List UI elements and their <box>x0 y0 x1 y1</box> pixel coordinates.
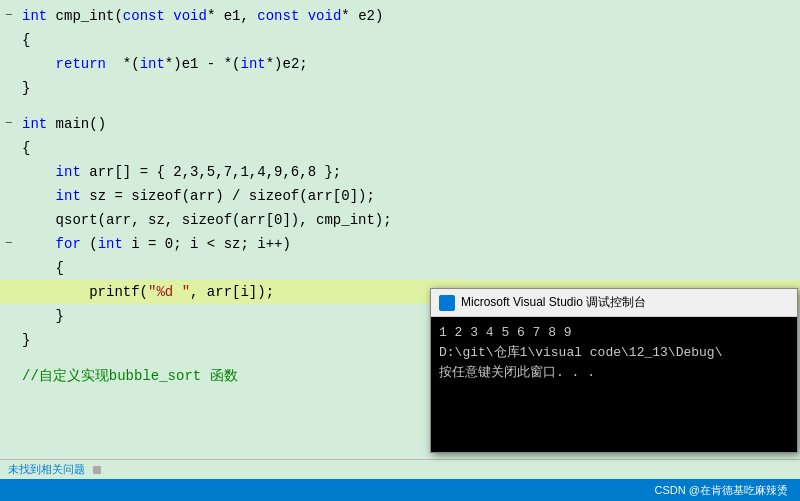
keyword: for <box>56 236 81 252</box>
code-line-7: int arr[] = { 2,3,5,7,1,4,9,6,8 }; <box>0 160 800 184</box>
scroll-indicator[interactable] <box>93 466 101 474</box>
line-content-5: int main() <box>18 112 800 136</box>
collapse-arrow-2[interactable]: − <box>0 112 18 136</box>
line-content-8: int sz = sizeof(arr) / sizeof(arr[0]); <box>18 184 800 208</box>
watermark-text: CSDN @在肯德基吃麻辣烫 <box>655 483 788 498</box>
code-line-8: int sz = sizeof(arr) / sizeof(arr[0]); <box>0 184 800 208</box>
console-titlebar: Microsoft Visual Studio 调试控制台 <box>431 289 797 317</box>
keyword: void <box>308 8 342 24</box>
line-content-4: } <box>18 76 800 100</box>
keyword: int <box>240 56 265 72</box>
keyword: int <box>140 56 165 72</box>
line-content-2: { <box>18 28 800 52</box>
line-content-11: { <box>18 256 800 280</box>
keyword: const <box>123 8 165 24</box>
blank-line-1 <box>0 100 800 112</box>
status-message: 未找到相关问题 <box>8 462 85 477</box>
code-line-3: return *(int*)e1 - *(int*)e2; <box>0 52 800 76</box>
debug-console-window[interactable]: Microsoft Visual Studio 调试控制台 1 2 3 4 5 … <box>430 288 798 453</box>
code-line-6: { <box>0 136 800 160</box>
string-literal: "%d " <box>148 284 190 300</box>
code-line-4: } <box>0 76 800 100</box>
line-content-6: { <box>18 136 800 160</box>
line-content-1: int cmp_int(const void* e1, const void* … <box>18 4 800 28</box>
vs-icon <box>439 295 455 311</box>
keyword: int <box>98 236 123 252</box>
console-output-line2: D:\git\仓库1\visual code\12_13\Debug\ <box>439 343 789 363</box>
keyword: void <box>173 8 207 24</box>
keyword: int <box>22 8 47 24</box>
code-line-11: { <box>0 256 800 280</box>
code-line-2: { <box>0 28 800 52</box>
code-line-10: − for (int i = 0; i < sz; i++) <box>0 232 800 256</box>
console-output-line1: 1 2 3 4 5 6 7 8 9 <box>439 323 789 343</box>
line-content-10: for (int i = 0; i < sz; i++) <box>18 232 800 256</box>
console-output-line3: 按任意键关闭此窗口. . . <box>439 363 789 383</box>
keyword: int <box>56 188 81 204</box>
console-body: 1 2 3 4 5 6 7 8 9 D:\git\仓库1\visual code… <box>431 317 797 452</box>
comment: //自定义实现bubble_sort 函数 <box>22 368 238 384</box>
line-content-7: int arr[] = { 2,3,5,7,1,4,9,6,8 }; <box>18 160 800 184</box>
keyword: const <box>257 8 299 24</box>
collapse-arrow-1[interactable]: − <box>0 4 18 28</box>
status-bar: CSDN @在肯德基吃麻辣烫 <box>0 479 800 501</box>
keyword: int <box>22 116 47 132</box>
keyword: return <box>56 56 106 72</box>
bottom-bar: 未找到相关问题 <box>0 459 800 479</box>
code-line-1: − int cmp_int(const void* e1, const void… <box>0 4 800 28</box>
collapse-arrow-3[interactable]: − <box>0 232 18 256</box>
keyword: int <box>56 164 81 180</box>
console-title-text: Microsoft Visual Studio 调试控制台 <box>461 294 789 311</box>
line-content-9: qsort(arr, sz, sizeof(arr[0]), cmp_int); <box>18 208 800 232</box>
code-line-5: − int main() <box>0 112 800 136</box>
code-line-9: qsort(arr, sz, sizeof(arr[0]), cmp_int); <box>0 208 800 232</box>
line-content-3: return *(int*)e1 - *(int*)e2; <box>18 52 800 76</box>
